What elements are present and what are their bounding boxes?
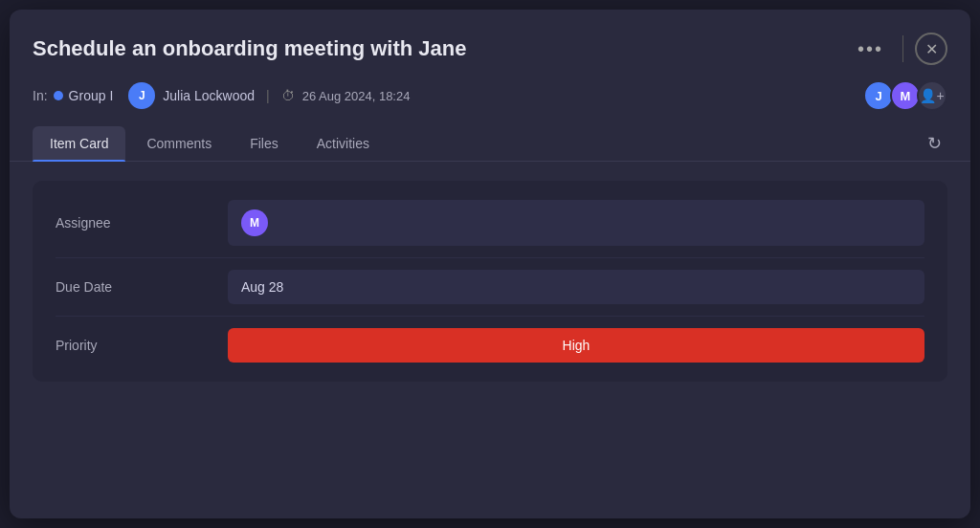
tab-activities-label: Activities	[317, 136, 369, 151]
add-user-icon: 👤+	[920, 88, 944, 103]
refresh-button[interactable]: ↻	[922, 127, 947, 160]
modal-header: Schedule an onboarding meeting with Jane…	[10, 10, 970, 80]
more-button[interactable]: •••	[850, 34, 891, 64]
priority-text: High	[563, 338, 590, 353]
assignee-avatar: M	[241, 209, 268, 236]
tab-files[interactable]: Files	[233, 126, 296, 161]
tabs: Item Card Comments Files Activities	[33, 126, 387, 161]
modal-container: Schedule an onboarding meeting with Jane…	[10, 10, 970, 518]
tab-activities[interactable]: Activities	[300, 126, 387, 161]
due-date-value[interactable]: Aug 28	[228, 270, 924, 304]
card-section: Assignee M Due Date Aug 28 Priority High	[33, 181, 947, 382]
meta-left: In: Group I J Julia Lockwood | ⏱ 26 Aug …	[33, 82, 410, 109]
header-divider	[902, 35, 903, 62]
assignee-value[interactable]: M	[228, 200, 924, 246]
meta-right: J M 👤+	[863, 80, 947, 111]
timestamp: 26 Aug 2024, 18:24	[302, 89, 411, 103]
user-name: Julia Lockwood	[163, 88, 255, 103]
tab-files-label: Files	[250, 136, 278, 151]
priority-value[interactable]: High	[228, 328, 924, 363]
assignee-label: Assignee	[56, 215, 228, 231]
due-date-row: Due Date Aug 28	[56, 258, 924, 317]
in-label: In:	[33, 88, 48, 103]
modal-meta: In: Group I J Julia Lockwood | ⏱ 26 Aug …	[10, 80, 970, 126]
user-info: J Julia Lockwood | ⏱ 26 Aug 2024, 18:24	[128, 82, 410, 109]
priority-row: Priority High	[56, 317, 924, 363]
tab-comments-label: Comments	[146, 136, 212, 151]
group-name: Group I	[69, 88, 114, 103]
assignee-row: Assignee M	[56, 200, 924, 258]
modal-title: Schedule an onboarding meeting with Jane	[33, 36, 850, 61]
due-date-text: Aug 28	[241, 279, 283, 295]
group-dot	[54, 91, 63, 100]
tab-item-card-label: Item Card	[50, 136, 108, 151]
header-actions: ••• ✕	[850, 33, 947, 65]
content-area: Assignee M Due Date Aug 28 Priority High	[10, 162, 970, 401]
tab-comments[interactable]: Comments	[129, 126, 229, 161]
avatar-julia: J	[128, 82, 155, 109]
in-group: In: Group I	[33, 88, 113, 103]
clock-icon: ⏱	[281, 88, 295, 103]
close-button[interactable]: ✕	[915, 33, 947, 65]
separator: |	[266, 88, 270, 103]
refresh-icon: ↻	[927, 134, 942, 153]
priority-label: Priority	[56, 338, 228, 353]
add-user-button[interactable]: 👤+	[917, 80, 947, 111]
due-date-label: Due Date	[56, 279, 228, 295]
tabs-bar: Item Card Comments Files Activities ↻	[10, 126, 970, 162]
tab-item-card[interactable]: Item Card	[33, 126, 125, 161]
